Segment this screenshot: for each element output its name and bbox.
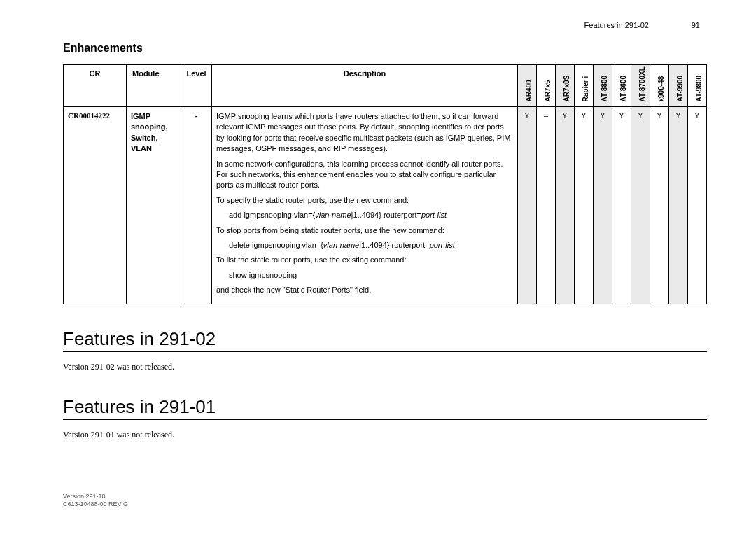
desc-para: To specify the static router ports, use … xyxy=(216,195,513,206)
footer-version: Version 291-10 xyxy=(63,493,128,501)
col-module: Module xyxy=(127,65,181,107)
cell-support: Y xyxy=(650,107,669,304)
section-title: Enhancements xyxy=(63,42,707,55)
body-text: Version 291-02 was not released. xyxy=(63,362,707,372)
col-device: AT-9900 xyxy=(669,65,688,107)
cell-level: - xyxy=(181,107,212,304)
cell-support: Y xyxy=(688,107,707,304)
enhancements-table: CR Module Level Description AR400 AR7x5 … xyxy=(63,64,707,304)
col-device: AR7x5 xyxy=(537,65,556,107)
cell-support: Y xyxy=(594,107,612,304)
col-level: Level xyxy=(181,65,212,107)
desc-para: In some network configurations, this lea… xyxy=(216,159,513,191)
table-row: CR00014222 IGMP snooping, Switch, VLAN -… xyxy=(64,107,707,304)
cell-support: Y xyxy=(575,107,594,304)
cell-module: IGMP snooping, Switch, VLAN xyxy=(127,107,181,304)
cell-support: Y xyxy=(612,107,631,304)
running-header: Features in 291-02 91 xyxy=(63,21,707,29)
desc-command: add igmpsnooping vlan={vlan-name|1..4094… xyxy=(229,210,513,220)
desc-para: To stop ports from being static router p… xyxy=(216,225,513,236)
cell-support: – xyxy=(537,107,556,304)
page-footer: Version 291-10 C613-10488-00 REV G xyxy=(63,493,128,509)
footer-docid: C613-10488-00 REV G xyxy=(63,500,128,509)
col-device: AT-8700XL xyxy=(631,65,650,107)
desc-para: IGMP snooping learns which ports have ro… xyxy=(216,111,513,155)
cell-support: Y xyxy=(669,107,688,304)
heading-features-291-02: Features in 291-02 xyxy=(63,328,707,352)
desc-command: delete igmpsnooping vlan={vlan-name|1..4… xyxy=(229,240,513,251)
col-device: AT-8600 xyxy=(612,65,631,107)
col-device: x900-48 xyxy=(650,65,669,107)
col-device: AT-9800 xyxy=(688,65,707,107)
col-device: AR7x0S xyxy=(556,65,575,107)
header-text: Features in 291-02 xyxy=(584,21,649,29)
col-cr: CR xyxy=(64,65,127,107)
table-header-row: CR Module Level Description AR400 AR7x5 … xyxy=(64,65,707,107)
desc-command: show igmpsnooping xyxy=(229,270,513,281)
col-device: AT-8800 xyxy=(594,65,612,107)
page-number: 91 xyxy=(651,21,700,29)
cell-support: Y xyxy=(556,107,575,304)
desc-para: and check the new "Static Router Ports" … xyxy=(216,285,513,295)
cell-description: IGMP snooping learns which ports have ro… xyxy=(212,107,518,304)
col-device: AR400 xyxy=(518,65,537,107)
body-text: Version 291-01 was not released. xyxy=(63,430,707,440)
col-device: Rapier i xyxy=(575,65,594,107)
desc-para: To list the static router ports, use the… xyxy=(216,255,513,265)
cell-cr: CR00014222 xyxy=(64,107,127,304)
heading-features-291-01: Features in 291-01 xyxy=(63,396,707,420)
cell-support: Y xyxy=(518,107,537,304)
cell-support: Y xyxy=(631,107,650,304)
col-description: Description xyxy=(212,65,518,107)
